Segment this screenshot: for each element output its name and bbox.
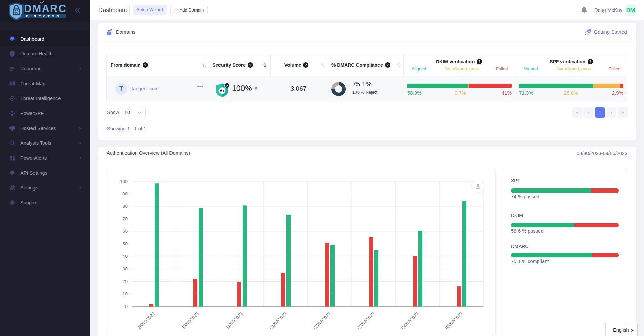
svg-text:30: 30	[123, 266, 128, 271]
svg-text:100: 100	[120, 179, 128, 184]
svg-text:50: 50	[123, 241, 128, 246]
svg-text:02/09/2023: 02/09/2023	[312, 311, 331, 331]
svg-text:10: 10	[123, 291, 128, 296]
svg-text:A+: A+	[220, 89, 225, 93]
svg-text:DIRECTOR: DIRECTOR	[26, 14, 61, 18]
svg-text:60: 60	[123, 229, 128, 234]
svg-text:70: 70	[123, 216, 128, 221]
svg-text:80: 80	[123, 204, 128, 209]
svg-text:01/09/2023: 01/09/2023	[268, 311, 288, 331]
svg-text:03/09/2023: 03/09/2023	[356, 311, 375, 331]
svg-text:05/09/2023: 05/09/2023	[444, 311, 463, 331]
svg-text:@: @	[14, 9, 18, 14]
svg-text:0: 0	[125, 304, 128, 309]
svg-text:29/08/2023: 29/08/2023	[136, 311, 156, 331]
svg-text:31/08/2023: 31/08/2023	[224, 311, 244, 331]
svg-text:30/08/2023: 30/08/2023	[180, 311, 200, 331]
svg-text:90: 90	[123, 191, 128, 196]
svg-text:DMARC: DMARC	[24, 3, 66, 15]
svg-text:20: 20	[123, 279, 128, 284]
svg-text:40: 40	[123, 254, 128, 259]
svg-text:04/09/2023: 04/09/2023	[400, 311, 419, 331]
